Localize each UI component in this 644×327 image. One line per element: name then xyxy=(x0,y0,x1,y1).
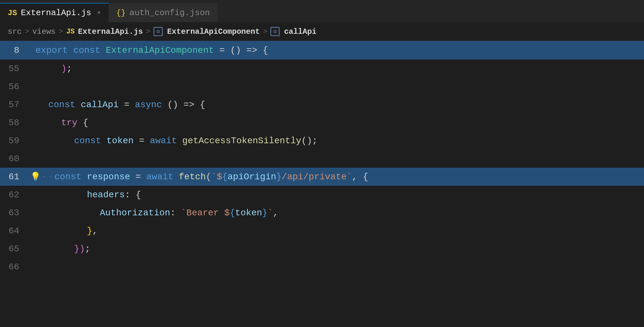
tab-external-api-label: ExternalApi.js xyxy=(21,8,91,18)
tab-auth-config-label: auth_config.json xyxy=(129,8,210,18)
line-content-56 xyxy=(29,78,644,96)
json-icon: {} xyxy=(116,9,126,17)
tab-bar: JS ExternalApi.js × {} auth_config.json xyxy=(0,0,644,23)
line-number-63: 63 xyxy=(0,204,29,222)
code-line-8: 8 export const ExternalApiComponent = ()… xyxy=(0,41,644,60)
line-content-59: const token = await getAccessTokenSilent… xyxy=(29,132,644,150)
breadcrumb-file: ExternalApi.js xyxy=(78,27,143,36)
breadcrumb-sep-2: > xyxy=(59,28,63,36)
code-line-65: 65 }); xyxy=(0,240,644,258)
breadcrumb-sep-3: > xyxy=(146,28,150,36)
code-line-56: 56 xyxy=(0,78,644,96)
tab-auth-config[interactable]: {} auth_config.json xyxy=(109,3,217,22)
line-number-59: 59 xyxy=(0,132,29,150)
breadcrumb-sep-1: > xyxy=(25,28,29,36)
breadcrumb-views: views xyxy=(32,27,55,36)
code-line-64: 64 }, xyxy=(0,222,644,240)
tab-close-button[interactable]: × xyxy=(97,9,101,17)
breadcrumb-sep-4: > xyxy=(263,28,267,36)
breadcrumb-js-icon: JS xyxy=(66,28,75,36)
breadcrumb-method: callApi xyxy=(284,27,317,36)
js-icon: JS xyxy=(8,9,17,17)
line-number-56: 56 xyxy=(0,78,29,96)
line-number-66: 66 xyxy=(0,258,29,276)
line-number-55: 55 xyxy=(0,60,29,78)
line-content-58: try { xyxy=(29,114,644,132)
line-number-61: 61 xyxy=(0,168,29,186)
line-content-64: }, xyxy=(29,222,644,240)
code-line-57: 57 const callApi = async () => { xyxy=(0,96,644,114)
line-content-66 xyxy=(29,258,644,276)
code-line-66: 66 xyxy=(0,258,644,276)
line-content-55: ); xyxy=(29,60,644,78)
line-content-57: const callApi = async () => { xyxy=(29,96,644,114)
line-number-57: 57 xyxy=(0,96,29,114)
breadcrumb-component-icon-1: ⊡ xyxy=(154,27,163,36)
code-line-58: 58 try { xyxy=(0,114,644,132)
lightbulb-icon: 💡 xyxy=(30,172,41,182)
code-line-55: 55 ); xyxy=(0,60,644,78)
line-number-62: 62 xyxy=(0,186,29,204)
line-number-8: 8 xyxy=(0,41,29,60)
code-line-59: 59 const token = await getAccessTokenSil… xyxy=(0,132,644,150)
breadcrumb-component: ExternalApiComponent xyxy=(167,27,260,36)
line-content-65: }); xyxy=(29,240,644,258)
code-line-62: 62 headers: { xyxy=(0,186,644,204)
line-number-60: 60 xyxy=(0,150,29,168)
line-content-60 xyxy=(29,150,644,168)
code-area: 8 export const ExternalApiComponent = ()… xyxy=(0,41,644,326)
code-line-60: 60 xyxy=(0,150,644,168)
line-content-8: export const ExternalApiComponent = () =… xyxy=(29,41,644,60)
breadcrumb-component-icon-2: ⊡ xyxy=(270,27,279,36)
line-number-58: 58 xyxy=(0,114,29,132)
breadcrumb-src: src xyxy=(8,27,22,36)
code-line-61: 61 💡 ···const response = await fetch(`${… xyxy=(0,168,644,186)
code-line-63: 63 Authorization: `Bearer ${token}`, xyxy=(0,204,644,222)
tab-external-api[interactable]: JS ExternalApi.js × xyxy=(0,3,109,22)
line-content-63: Authorization: `Bearer ${token}`, xyxy=(29,204,644,222)
line-number-64: 64 xyxy=(0,222,29,240)
line-number-65: 65 xyxy=(0,240,29,258)
line-content-62: headers: { xyxy=(29,186,644,204)
line-content-61: ···const response = await fetch(`${apiOr… xyxy=(29,168,644,186)
breadcrumb: src > views > JS ExternalApi.js > ⊡ Exte… xyxy=(0,23,644,41)
